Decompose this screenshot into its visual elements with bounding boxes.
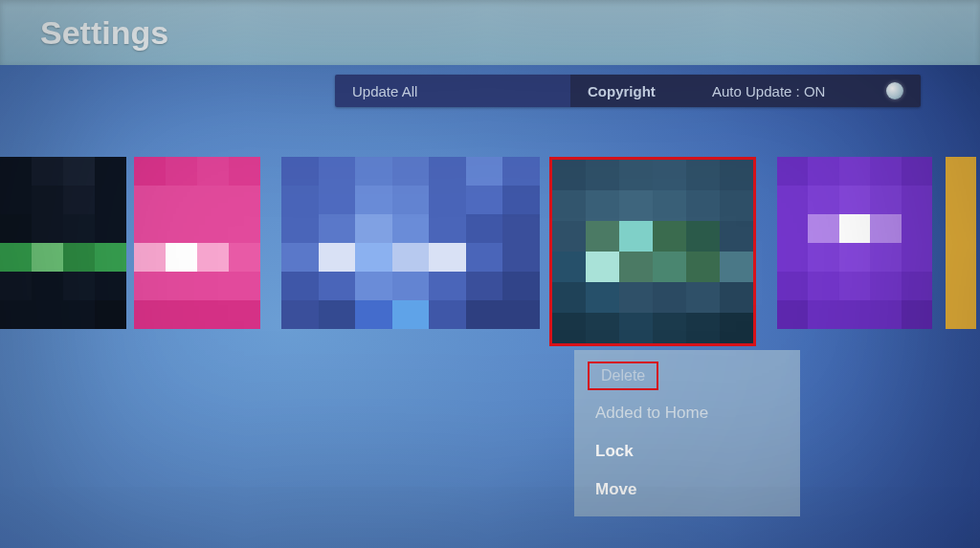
app-rail xyxy=(0,157,980,340)
app-tile[interactable] xyxy=(0,157,126,329)
menu-item-move[interactable]: Move xyxy=(574,471,800,509)
auto-update-label: Auto Update : ON xyxy=(712,83,825,99)
toggle-indicator-icon xyxy=(886,82,903,99)
app-tile-selected[interactable] xyxy=(549,157,756,346)
settings-toolbar: Update All Copyright Auto Update : ON xyxy=(335,75,921,107)
context-menu: Delete Added to Home Lock Move xyxy=(574,350,800,516)
menu-item-added-to-home[interactable]: Added to Home xyxy=(574,394,800,432)
titlebar: Settings xyxy=(0,0,980,65)
update-all-button[interactable]: Update All xyxy=(335,75,570,107)
copyright-button[interactable]: Copyright xyxy=(570,75,695,107)
menu-item-delete[interactable]: Delete xyxy=(588,362,658,390)
menu-item-lock[interactable]: Lock xyxy=(574,432,800,471)
app-tile[interactable] xyxy=(777,157,932,329)
auto-update-toggle[interactable]: Auto Update : ON xyxy=(695,75,921,107)
update-all-label: Update All xyxy=(352,83,417,99)
app-tile[interactable] xyxy=(281,157,540,329)
app-tile[interactable] xyxy=(946,157,976,329)
page-title: Settings xyxy=(40,14,168,52)
copyright-label: Copyright xyxy=(588,83,656,99)
app-tile[interactable] xyxy=(134,157,260,329)
